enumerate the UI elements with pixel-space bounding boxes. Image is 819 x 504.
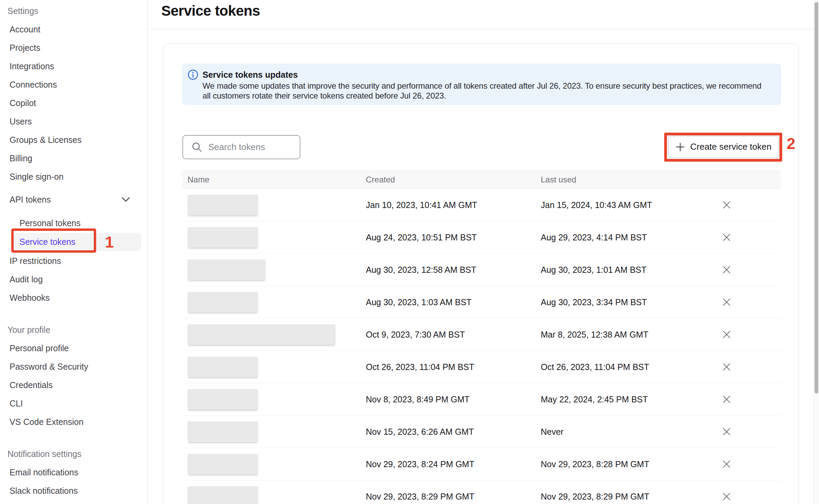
search-input[interactable] (208, 142, 294, 152)
close-icon (722, 492, 731, 501)
table-header-row: Name Created Last used (182, 171, 781, 189)
table-row: Oct 9, 2023, 7:30 AM BST Mar 8, 2025, 12… (182, 318, 781, 351)
sidebar-item-billing[interactable]: Billing (0, 149, 147, 167)
sidebar-item-groups-licenses[interactable]: Groups & Licenses (0, 131, 147, 149)
table-row: Jan 10, 2023, 10:41 AM GMT Jan 15, 2024,… (182, 189, 781, 221)
app-root: Settings Account Projects Integrations C… (0, 0, 819, 504)
delete-token-button[interactable] (720, 490, 733, 503)
created-cell: Nov 15, 2023, 6:26 AM GMT (366, 427, 541, 437)
delete-token-button[interactable] (720, 360, 733, 374)
created-cell: Aug 30, 2023, 12:58 AM BST (366, 265, 541, 275)
service-tokens-table: Name Created Last used Jan 10, 2023, 10:… (182, 171, 781, 504)
create-service-token-label: Create service token (690, 142, 771, 152)
annotation-number-1: 1 (105, 233, 114, 251)
table-row: Aug 30, 2023, 1:03 AM BST Aug 30, 2023, … (182, 286, 781, 318)
delete-token-button[interactable] (720, 263, 733, 277)
close-icon (722, 233, 731, 242)
redacted-token-name (188, 357, 258, 377)
delete-token-button[interactable] (720, 295, 733, 309)
created-cell: Aug 30, 2023, 1:03 AM BST (366, 297, 541, 307)
sidebar-section-notification-settings: Notification settings (0, 445, 147, 463)
main-content: Service tokens Service tokens updates We… (148, 0, 814, 504)
sidebar-item-cli[interactable]: CLI (0, 394, 147, 413)
close-icon (722, 330, 731, 339)
redacted-token-name (188, 389, 258, 410)
settings-sidebar: Settings Account Projects Integrations C… (0, 0, 148, 504)
sidebar-item-credentials[interactable]: Credentials (0, 376, 147, 394)
sidebar-item-single-sign-on[interactable]: Single sign-on (0, 167, 147, 186)
sidebar-item-email-notifications[interactable]: Email notifications (0, 463, 147, 481)
redacted-token-name (188, 454, 258, 474)
sidebar-item-label: API tokens (10, 195, 51, 205)
info-icon (188, 69, 198, 81)
last-used-cell: May 22, 2024, 2:45 PM BST (541, 395, 720, 404)
created-cell: Nov 29, 2023, 8:29 PM GMT (366, 492, 541, 502)
created-cell: Jan 10, 2023, 10:41 AM GMT (366, 200, 541, 210)
sidebar-item-api-tokens[interactable]: API tokens (0, 190, 147, 209)
sidebar-item-webhooks[interactable]: Webhooks (0, 288, 147, 307)
sidebar-item-integrations[interactable]: Integrations (0, 57, 147, 75)
plus-icon (675, 142, 685, 152)
last-used-cell: Never (541, 427, 720, 437)
sidebar-item-audit-log[interactable]: Audit log (0, 270, 147, 288)
delete-token-button[interactable] (720, 457, 733, 471)
last-used-cell: Nov 29, 2023, 8:28 PM GMT (541, 459, 720, 469)
sidebar-item-account[interactable]: Account (0, 20, 147, 39)
close-icon (722, 395, 731, 404)
close-icon (722, 297, 731, 307)
redacted-token-name (188, 260, 266, 280)
sidebar-item-copilot[interactable]: Copilot (0, 94, 147, 112)
table-row: Nov 29, 2023, 8:29 PM GMT Nov 29, 2023, … (182, 480, 781, 504)
redacted-token-name (188, 195, 258, 215)
created-cell: Nov 8, 2023, 8:49 PM GMT (366, 395, 541, 404)
sidebar-item-connections[interactable]: Connections (0, 75, 147, 94)
redacted-token-name (188, 292, 258, 312)
info-banner: Service tokens updates We made some upda… (182, 63, 781, 105)
created-cell: Oct 9, 2023, 7:30 AM BST (366, 330, 541, 340)
delete-token-button[interactable] (720, 392, 733, 406)
create-service-token-button[interactable]: Create service token (668, 136, 779, 158)
sidebar-item-projects[interactable]: Projects (0, 39, 147, 57)
delete-token-button[interactable] (720, 328, 733, 341)
sidebar-item-vs-code-extension[interactable]: VS Code Extension (0, 413, 147, 431)
service-tokens-card: Service tokens updates We made some upda… (163, 43, 799, 504)
column-header-name: Name (188, 175, 366, 184)
page-scrollbar[interactable] (814, 0, 819, 504)
last-used-cell: Oct 26, 2023, 11:04 PM BST (541, 362, 720, 372)
scrollbar-thumb[interactable] (815, 2, 818, 394)
sidebar-item-service-tokens[interactable]: Service tokens 1 (0, 232, 147, 252)
column-header-last-used: Last used (541, 175, 720, 184)
last-used-cell: Aug 30, 2023, 1:01 AM BST (541, 265, 720, 275)
table-row: Oct 26, 2023, 11:04 PM BST Oct 26, 2023,… (182, 351, 781, 383)
sidebar-item-users[interactable]: Users (0, 112, 147, 131)
last-used-cell: Nov 29, 2023, 8:29 PM GMT (541, 492, 720, 502)
sidebar-item-password-security[interactable]: Password & Security (0, 357, 147, 376)
delete-token-button[interactable] (720, 198, 733, 212)
delete-token-button[interactable] (720, 425, 733, 439)
banner-title: Service tokens updates (203, 70, 298, 80)
header-divider (148, 29, 814, 29)
last-used-cell: Jan 15, 2024, 10:43 AM GMT (541, 200, 720, 210)
sidebar-item-slack-notifications[interactable]: Slack notifications (0, 481, 147, 500)
table-row: Aug 30, 2023, 12:58 AM BST Aug 30, 2023,… (182, 254, 781, 286)
page-title: Service tokens (161, 3, 260, 19)
table-row: Nov 8, 2023, 8:49 PM GMT May 22, 2024, 2… (182, 383, 781, 416)
close-icon (722, 459, 731, 469)
close-icon (722, 427, 731, 436)
sidebar-section-your-profile: Your profile (0, 321, 147, 339)
sidebar-item-personal-tokens[interactable]: Personal tokens (0, 214, 147, 232)
created-cell: Nov 29, 2023, 8:24 PM GMT (366, 459, 541, 469)
search-tokens-box (182, 135, 300, 159)
delete-token-button[interactable] (720, 231, 733, 244)
sidebar-item-personal-profile[interactable]: Personal profile (0, 339, 147, 357)
sidebar-item-ip-restrictions[interactable]: IP restrictions (0, 252, 147, 270)
close-icon (722, 200, 731, 210)
last-used-cell: Aug 30, 2023, 3:34 PM BST (541, 297, 720, 307)
chevron-down-icon (121, 197, 130, 202)
table-row: Nov 15, 2023, 6:26 AM GMT Never (182, 416, 781, 448)
table-row: Nov 29, 2023, 8:24 PM GMT Nov 29, 2023, … (182, 448, 781, 480)
redacted-token-name (188, 227, 258, 248)
close-icon (722, 265, 731, 275)
column-header-created: Created (366, 175, 541, 184)
created-cell: Aug 24, 2023, 10:51 PM BST (366, 233, 541, 242)
